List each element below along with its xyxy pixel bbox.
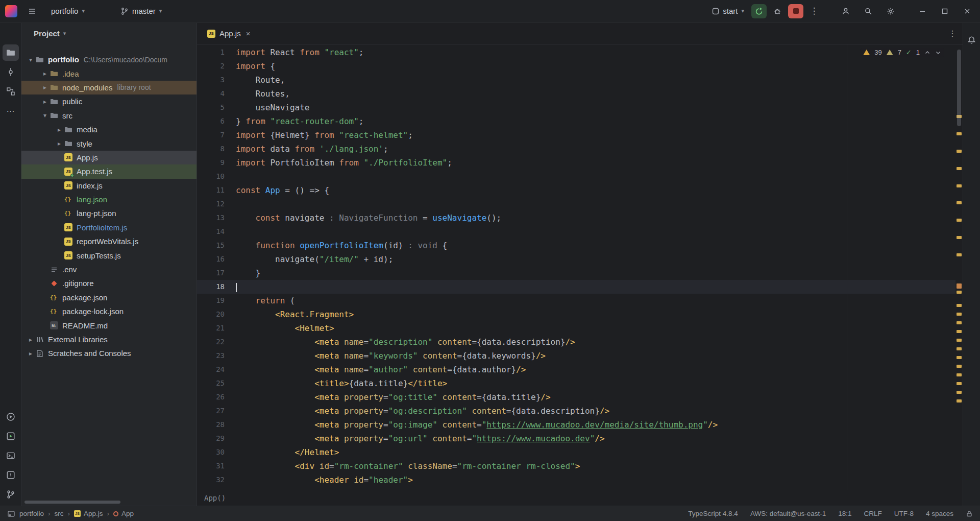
- tree-item-idea[interactable]: ▸.idea: [21, 66, 197, 80]
- stripe-warning-mark[interactable]: [957, 304, 962, 307]
- line-number[interactable]: 30: [197, 445, 225, 459]
- code-line[interactable]: 16 navigate("/item/" + id);: [197, 252, 955, 266]
- line-number[interactable]: 11: [197, 183, 225, 197]
- line-number[interactable]: 3: [197, 73, 225, 87]
- search-everywhere-button[interactable]: [861, 4, 876, 19]
- code-line[interactable]: 21 <Helmet>: [197, 321, 955, 335]
- tree-item-gitignore[interactable]: .gitignore: [21, 276, 197, 290]
- tool-window-layout-icon[interactable]: [7, 510, 15, 518]
- tree-item-src[interactable]: ▾src: [21, 109, 197, 123]
- line-number[interactable]: 9: [197, 156, 225, 170]
- tree-item-index-js[interactable]: JSindex.js: [21, 179, 197, 193]
- stripe-warning-mark[interactable]: [957, 347, 962, 350]
- code-line[interactable]: 25 <title>{data.title}</title>: [197, 376, 955, 390]
- stripe-warning-mark[interactable]: [957, 339, 962, 342]
- line-number[interactable]: 18: [197, 280, 225, 294]
- stripe-warning-mark[interactable]: [957, 236, 962, 239]
- rerun-button[interactable]: [751, 4, 767, 18]
- code-line[interactable]: 20 <React.Fragment>: [197, 307, 955, 321]
- status-indent[interactable]: 4 spaces: [926, 510, 953, 517]
- line-number[interactable]: 2: [197, 59, 225, 73]
- chevron-right-icon[interactable]: ▸: [40, 84, 50, 91]
- minimize-button[interactable]: [915, 4, 930, 19]
- line-number[interactable]: 12: [197, 197, 225, 211]
- code-line[interactable]: 26 <meta property="og:title" content={da…: [197, 390, 955, 404]
- next-problem-chevron-icon[interactable]: [935, 50, 941, 56]
- code-line[interactable]: 5 useNavigate: [197, 101, 955, 114]
- code-line[interactable]: 2import {: [197, 59, 955, 73]
- tree-item-reportwebvitals-js[interactable]: JSreportWebVitals.js: [21, 234, 197, 248]
- hamburger-menu-icon[interactable]: [24, 4, 40, 19]
- tree-item-lang-pt-json[interactable]: {}lang-pt.json: [21, 206, 197, 220]
- stripe-warning-mark[interactable]: [957, 132, 962, 135]
- stripe-warning-mark[interactable]: [957, 373, 962, 376]
- tree-item-env[interactable]: .env: [21, 263, 197, 276]
- stripe-warning-mark[interactable]: [957, 321, 962, 324]
- tree-item-scratches-and-consoles[interactable]: ▸Scratches and Consoles: [21, 346, 197, 360]
- code-line[interactable]: 23 <meta name="keywords" content={data.k…: [197, 349, 955, 363]
- code-line[interactable]: 24 <meta name="author" content={data.aut…: [197, 363, 955, 376]
- other-count[interactable]: 1: [916, 49, 920, 56]
- code-line[interactable]: 18: [197, 280, 955, 294]
- line-number[interactable]: 27: [197, 404, 225, 418]
- tree-item-setuptests-js[interactable]: JSsetupTests.js: [21, 248, 197, 262]
- more-actions-button[interactable]: ⋮: [806, 4, 822, 19]
- line-number[interactable]: 13: [197, 211, 225, 225]
- line-number[interactable]: 21: [197, 321, 225, 335]
- commit-tool-window-button[interactable]: [3, 64, 19, 80]
- line-number[interactable]: 24: [197, 363, 225, 376]
- line-number[interactable]: 15: [197, 239, 225, 252]
- stripe-warning-mark[interactable]: [957, 330, 962, 333]
- stripe-warning-mark[interactable]: [957, 167, 962, 170]
- line-number[interactable]: 22: [197, 335, 225, 349]
- status-aws-profile[interactable]: AWS: default@us-east-1: [750, 510, 826, 517]
- more-tool-windows-button[interactable]: ⋯: [3, 103, 19, 119]
- debug-button[interactable]: [770, 4, 785, 19]
- user-account-button[interactable]: [838, 4, 853, 19]
- code-line[interactable]: 9import PortfolioItem from "./PortfolioI…: [197, 156, 955, 170]
- code-line[interactable]: 10: [197, 170, 955, 183]
- code-line[interactable]: 15 function openPortfolioItem(id) : void…: [197, 239, 955, 252]
- stripe-warning-mark[interactable]: [957, 356, 962, 359]
- breadcrumb-scope[interactable]: App: [113, 510, 134, 517]
- chevron-right-icon[interactable]: ▸: [54, 140, 64, 147]
- code-line[interactable]: 8import data from './lang.json';: [197, 142, 955, 156]
- code-line[interactable]: 28 <meta property="og:image" content="ht…: [197, 418, 955, 432]
- line-number[interactable]: 7: [197, 128, 225, 142]
- code-line[interactable]: 29 <meta property="og:url" content="http…: [197, 432, 955, 445]
- tree-item-external-libraries[interactable]: ▸External Libraries: [21, 333, 197, 346]
- status-line-ending[interactable]: CRLF: [864, 510, 881, 517]
- tree-item-public[interactable]: ▸public: [21, 94, 197, 108]
- stripe-warning-mark[interactable]: [957, 184, 962, 187]
- chevron-down-icon[interactable]: ▾: [26, 56, 36, 63]
- stripe-warning-mark[interactable]: [957, 150, 962, 153]
- line-number[interactable]: 29: [197, 432, 225, 445]
- stripe-warning-mark[interactable]: [957, 313, 962, 316]
- tree-item-package-lock-json[interactable]: {}package-lock.json: [21, 304, 197, 318]
- chevron-right-icon[interactable]: ▸: [26, 350, 36, 357]
- project-selector[interactable]: portfolio ▾: [47, 4, 89, 19]
- breadcrumb-src[interactable]: src: [55, 510, 64, 517]
- tree-item-node-modules[interactable]: ▸node_moduleslibrary root: [21, 81, 197, 94]
- code-line[interactable]: 13 const navigate : NavigateFunction = u…: [197, 211, 955, 225]
- vertical-scrollbar-thumb[interactable]: [957, 50, 961, 126]
- line-number[interactable]: 10: [197, 170, 225, 183]
- chevron-right-icon[interactable]: ▸: [54, 126, 64, 133]
- code-line[interactable]: 14: [197, 225, 955, 239]
- line-number[interactable]: 28: [197, 418, 225, 432]
- stop-button[interactable]: [788, 4, 803, 18]
- status-encoding[interactable]: UTF-8: [894, 510, 914, 517]
- line-number[interactable]: 16: [197, 252, 225, 266]
- run-tool-window-button[interactable]: [3, 409, 19, 425]
- line-number[interactable]: 26: [197, 390, 225, 404]
- line-number[interactable]: 5: [197, 101, 225, 114]
- code-line[interactable]: 30 </Helmet>: [197, 445, 955, 459]
- code-line[interactable]: 12: [197, 197, 955, 211]
- line-number[interactable]: 8: [197, 142, 225, 156]
- line-number[interactable]: 31: [197, 459, 225, 473]
- code-line[interactable]: 1import React from "react";: [197, 45, 955, 59]
- status-language[interactable]: TypeScript 4.8.4: [688, 510, 738, 517]
- run-configuration-selector[interactable]: start ▾: [708, 4, 748, 19]
- tree-item-portfolioitem-js[interactable]: JSPortfolioItem.js: [21, 221, 197, 234]
- breadcrumb-file[interactable]: JS App.js: [74, 510, 103, 517]
